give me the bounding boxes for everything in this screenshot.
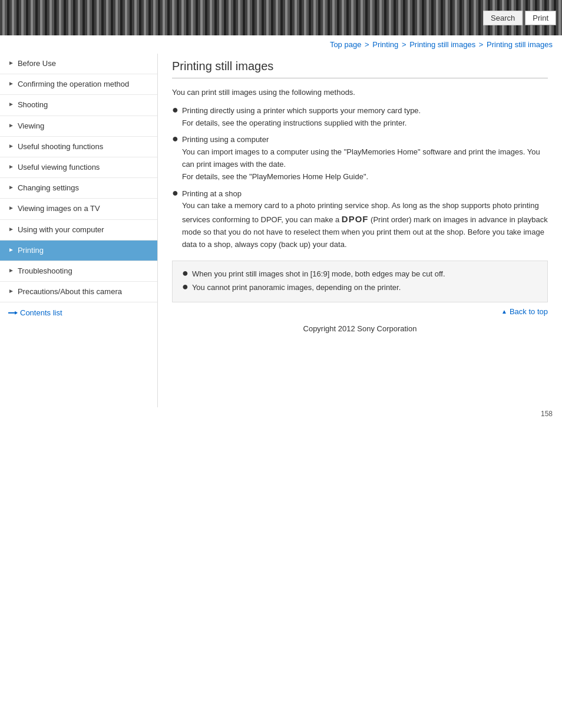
sidebar: ► Before Use ► Confirming the operation … (0, 54, 158, 407)
sidebar-label-shooting: Shooting (18, 100, 151, 110)
bullet-item-2: ● Printing using a computer You can impo… (172, 134, 548, 183)
sidebar-arrow-shooting: ► (8, 101, 14, 107)
sidebar-item-useful-shooting[interactable]: ► Useful shooting functions (0, 137, 157, 157)
bullet-sub-3: You can take a memory card to a photo pr… (182, 201, 548, 249)
bullet-dot-1: ● (172, 104, 178, 115)
breadcrumb-printing[interactable]: Printing (372, 40, 398, 49)
breadcrumb-sep-3: > (479, 40, 485, 49)
page-title: Printing still images (172, 60, 548, 78)
sidebar-arrow-useful-viewing: ► (8, 163, 14, 170)
bullet-sub-1: For details, see the operating instructi… (182, 118, 407, 127)
sidebar-arrow-precautions: ► (8, 288, 14, 294)
breadcrumb-sep-1: > (365, 40, 371, 49)
sidebar-arrow-using-computer: ► (8, 226, 14, 232)
bullet-content-2: Printing using a computer You can import… (182, 134, 548, 183)
back-to-top-label: Back to top (510, 307, 548, 316)
back-to-top-link[interactable]: ▲ Back to top (501, 307, 548, 316)
search-button[interactable]: Search (483, 11, 523, 25)
sidebar-label-useful-viewing: Useful viewing functions (18, 162, 151, 173)
bullet-sub-2a: You can import images to a computer usin… (182, 147, 540, 169)
copyright-text: Copyright 2012 Sony Corporation (303, 324, 417, 333)
page-number: 158 (0, 407, 562, 424)
sidebar-item-using-computer[interactable]: ► Using with your computer (0, 220, 157, 241)
breadcrumb-sep-2: > (402, 40, 408, 49)
sidebar-arrow-viewing-tv: ► (8, 205, 14, 211)
sidebar-arrow-confirming: ► (8, 80, 14, 87)
sidebar-arrow-changing-settings: ► (8, 184, 14, 190)
sidebar-arrow-troubleshooting: ► (8, 267, 14, 274)
sidebar-label-before-use: Before Use (18, 58, 151, 69)
bullet-heading-2: Printing using a computer (182, 135, 269, 144)
sidebar-label-printing: Printing (18, 245, 151, 256)
note-dot-2: ● (182, 281, 189, 292)
sidebar-item-printing[interactable]: ► Printing (0, 241, 157, 261)
bullet-section-3: ● Printing at a shop You can take a memo… (172, 188, 548, 251)
breadcrumb-still-images-2[interactable]: Printing still images (487, 40, 553, 49)
back-to-top-icon: ▲ (501, 308, 507, 315)
contents-list-link[interactable]: Contents list (0, 302, 157, 323)
note-item-1: ● When you print still images shot in [1… (182, 268, 538, 281)
header: Search Print (0, 0, 562, 35)
sidebar-arrow-useful-shooting: ► (8, 143, 14, 149)
bullet-heading-3: Printing at a shop (182, 189, 242, 198)
print-button[interactable]: Print (525, 11, 556, 25)
sidebar-label-viewing: Viewing (18, 121, 151, 131)
bullet-content-1: Printing directly using a printer which … (182, 105, 548, 130)
sidebar-item-shooting[interactable]: ► Shooting (0, 95, 157, 116)
sidebar-label-troubleshooting: Troubleshooting (18, 266, 151, 276)
footer-bar: ▲ Back to top (172, 302, 548, 318)
bullet-item-1: ● Printing directly using a printer whic… (172, 105, 548, 130)
breadcrumb: Top page > Printing > Printing still ima… (0, 35, 562, 54)
contents-list-arrow-icon (8, 310, 18, 316)
bullet-dot-2: ● (172, 133, 178, 144)
breadcrumb-top[interactable]: Top page (330, 40, 362, 49)
sidebar-label-precautions: Precautions/About this camera (18, 286, 151, 297)
sidebar-item-viewing-tv[interactable]: ► Viewing images on a TV (0, 199, 157, 219)
sidebar-arrow-printing: ► (8, 246, 14, 253)
note-text-1: When you print still images shot in [16:… (192, 268, 538, 281)
sidebar-label-changing-settings: Changing settings (18, 183, 151, 193)
sidebar-arrow-before-use: ► (8, 60, 14, 66)
bullet-heading-1: Printing directly using a printer which … (182, 106, 421, 115)
sidebar-item-precautions[interactable]: ► Precautions/About this camera (0, 282, 157, 302)
sidebar-arrow-viewing: ► (8, 122, 14, 129)
sidebar-item-before-use[interactable]: ► Before Use (0, 54, 157, 74)
note-dot-1: ● (182, 268, 189, 278)
bullet-item-3: ● Printing at a shop You can take a memo… (172, 188, 548, 251)
dpof-logo: DPOF (342, 214, 369, 224)
note-text-2: You cannot print panoramic images, depen… (192, 282, 538, 294)
bullet-sub-2b: For details, see the "PlayMemories Home … (182, 172, 368, 181)
bullet-dot-3: ● (172, 187, 178, 198)
sidebar-label-confirming: Confirming the operation method (18, 79, 151, 90)
note-item-2: ● You cannot print panoramic images, dep… (182, 282, 538, 294)
sidebar-item-troubleshooting[interactable]: ► Troubleshooting (0, 261, 157, 282)
sidebar-item-useful-viewing[interactable]: ► Useful viewing functions (0, 157, 157, 178)
breadcrumb-still-images-1[interactable]: Printing still images (409, 40, 475, 49)
sidebar-label-useful-shooting: Useful shooting functions (18, 141, 151, 152)
main-layout: ► Before Use ► Confirming the operation … (0, 54, 562, 407)
note-box: ● When you print still images shot in [1… (172, 261, 548, 303)
sidebar-item-changing-settings[interactable]: ► Changing settings (0, 178, 157, 199)
bullet-section-2: ● Printing using a computer You can impo… (172, 134, 548, 183)
content-intro: You can print still images using the fol… (172, 87, 548, 99)
sidebar-label-using-computer: Using with your computer (18, 225, 151, 235)
bullet-content-3: Printing at a shop You can take a memory… (182, 188, 548, 251)
contents-list-label: Contents list (20, 308, 62, 317)
sidebar-item-viewing[interactable]: ► Viewing (0, 116, 157, 137)
sidebar-item-confirming[interactable]: ► Confirming the operation method (0, 74, 157, 95)
sidebar-label-viewing-tv: Viewing images on a TV (18, 203, 151, 214)
content-area: Printing still images You can print stil… (158, 54, 562, 407)
copyright: Copyright 2012 Sony Corporation (172, 318, 548, 335)
bullet-section-1: ● Printing directly using a printer whic… (172, 105, 548, 130)
